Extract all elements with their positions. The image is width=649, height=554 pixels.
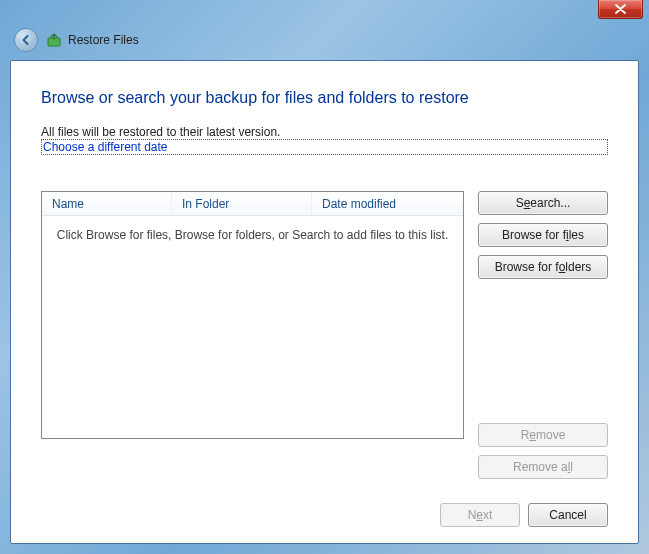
back-button[interactable] bbox=[14, 28, 38, 52]
list-empty-text: Click Browse for files, Browse for folde… bbox=[42, 216, 463, 438]
cancel-button[interactable]: Cancel bbox=[528, 503, 608, 527]
footer: Next Cancel bbox=[41, 503, 608, 527]
restore-icon bbox=[46, 32, 62, 48]
side-buttons: Seearch... Browse for files Browse for f… bbox=[478, 191, 608, 479]
back-arrow-icon bbox=[20, 34, 32, 46]
version-note: All files will be restored to their late… bbox=[41, 125, 608, 139]
search-button[interactable]: Seearch... bbox=[478, 191, 608, 215]
title-area: Restore Files bbox=[46, 32, 139, 48]
page-heading: Browse or search your backup for files a… bbox=[41, 89, 608, 107]
content-panel: Browse or search your backup for files a… bbox=[10, 60, 639, 544]
column-name[interactable]: Name bbox=[42, 192, 172, 215]
remove-all-button: Remove all bbox=[478, 455, 608, 479]
next-button: Next bbox=[440, 503, 520, 527]
choose-date-link[interactable]: Choose a different date bbox=[41, 139, 608, 155]
browse-folders-button[interactable]: Browse for folders bbox=[478, 255, 608, 279]
close-button[interactable] bbox=[598, 0, 643, 19]
remove-button: Remove bbox=[478, 423, 608, 447]
window-title: Restore Files bbox=[68, 33, 139, 47]
column-date[interactable]: Date modified bbox=[312, 192, 463, 215]
browse-files-button[interactable]: Browse for files bbox=[478, 223, 608, 247]
toolbar: Restore Files bbox=[14, 28, 635, 52]
file-list[interactable]: Name In Folder Date modified Click Brows… bbox=[41, 191, 464, 439]
column-folder[interactable]: In Folder bbox=[172, 192, 312, 215]
list-header: Name In Folder Date modified bbox=[42, 192, 463, 216]
close-icon bbox=[615, 4, 626, 14]
